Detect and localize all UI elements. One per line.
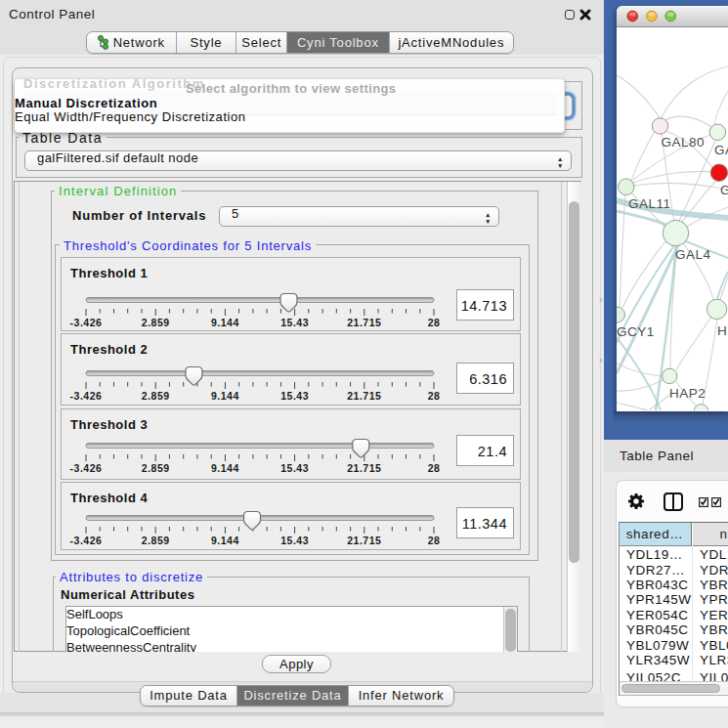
svg-text:21.715: 21.715 [347, 317, 381, 328]
svg-text:9.144: 9.144 [211, 462, 239, 474]
svg-text:GAL11: GAL11 [628, 196, 671, 211]
svg-text:9.144: 9.144 [211, 390, 239, 402]
svg-text:-3.426: -3.426 [70, 462, 103, 474]
svg-text:2.859: 2.859 [142, 317, 170, 328]
svg-text:28: 28 [428, 317, 441, 328]
svg-text:28: 28 [428, 390, 441, 402]
svg-text:2.859: 2.859 [142, 535, 170, 546]
svg-text:HAP2: HAP2 [669, 386, 706, 401]
svg-text:GAL: GAL [714, 143, 728, 157]
svg-text:21.715: 21.715 [347, 535, 381, 546]
svg-text:9.144: 9.144 [211, 535, 239, 546]
svg-text:HI: HI [717, 323, 728, 338]
svg-text:28: 28 [428, 462, 441, 474]
svg-text:2.859: 2.859 [142, 462, 170, 474]
svg-text:-3.426: -3.426 [70, 535, 103, 546]
svg-text:G: G [720, 183, 728, 197]
svg-text:-3.426: -3.426 [70, 390, 103, 402]
svg-text:21.715: 21.715 [347, 462, 381, 474]
svg-text:-3.426: -3.426 [70, 317, 103, 328]
svg-text:15.43: 15.43 [280, 462, 309, 474]
svg-text:21.715: 21.715 [347, 390, 381, 402]
svg-text:2.859: 2.859 [142, 390, 170, 402]
svg-text:15.43: 15.43 [280, 317, 309, 328]
svg-text:GCY1: GCY1 [617, 324, 655, 339]
svg-text:15.43: 15.43 [280, 535, 309, 546]
svg-text:15.43: 15.43 [280, 390, 309, 402]
svg-text:GAL4: GAL4 [675, 247, 711, 262]
svg-text:9.144: 9.144 [211, 317, 239, 328]
svg-text:28: 28 [428, 535, 441, 546]
svg-text:GAL80: GAL80 [662, 135, 706, 150]
